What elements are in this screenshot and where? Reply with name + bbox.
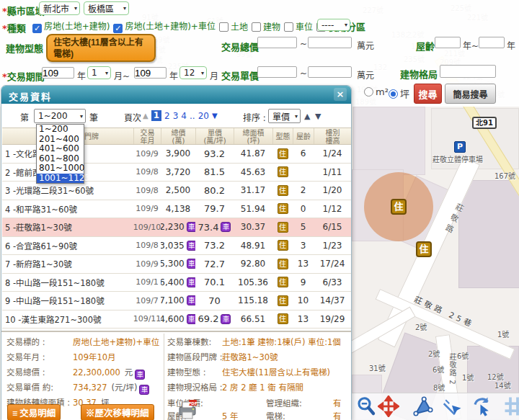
cell-total: 6,400車 — [161, 274, 195, 292]
type-checkbox-房地(土地+建物)+車位[interactable]: ✓房地(土地+建物)+車位 — [113, 19, 215, 33]
col-header-floor[interactable]: 樓別 樓高 — [314, 128, 351, 144]
type-checkbox-土地[interactable]: 土地 — [219, 20, 248, 32]
cell-unit: 93.2 — [195, 145, 234, 163]
page-link[interactable]: 3 — [173, 111, 179, 121]
period-from-month-select[interactable]: 1▾ — [87, 66, 111, 79]
checkbox-icon[interactable] — [284, 22, 293, 32]
residential-marker[interactable]: 住 — [416, 241, 432, 257]
checkbox-icon[interactable] — [252, 22, 261, 32]
page-next-icon[interactable]: ▼ — [212, 112, 218, 120]
area-measure-tool-icon[interactable] — [412, 396, 434, 417]
residential-badge: 住 — [278, 277, 288, 287]
district-select[interactable]: 板橋區▾ — [84, 1, 129, 15]
type-checkbox-車位[interactable]: 車位 — [284, 20, 313, 32]
road-name-lane2: 莊敬路 2 — [447, 353, 458, 385]
col-header-month[interactable]: 交易 年月 — [133, 128, 161, 144]
range-option[interactable]: 1~200 — [37, 125, 84, 135]
range-tilde: ~ — [300, 39, 307, 49]
distance-measure-tool-icon[interactable] — [441, 396, 463, 417]
parking-badge: 車 — [187, 222, 195, 232]
period-to-year-input[interactable] — [134, 67, 167, 79]
building-type-button[interactable]: 住宅大樓(11層含以上有電梯) — [46, 34, 156, 62]
panel-header[interactable]: 交易資料 × — [1, 86, 351, 104]
col-header-age[interactable]: 屋齡 — [293, 128, 314, 144]
table-row[interactable]: 3 -光環路二段31~60號109/82,50080.231.17住21/20 — [2, 182, 351, 200]
identify-tool-icon[interactable] — [471, 396, 493, 417]
cell-value: 73.4 — [198, 222, 219, 233]
parking-icon[interactable]: P — [454, 141, 466, 153]
range-option[interactable]: 1001~1123 — [37, 174, 84, 184]
page-link[interactable]: 20 — [198, 111, 209, 121]
detail-value: 有 — [333, 397, 342, 408]
residential-badge: 住 — [278, 148, 288, 159]
page-link[interactable]: 2 — [164, 111, 170, 121]
pan-tool-icon[interactable] — [378, 396, 399, 417]
trade-detail-button[interactable]: ≡交易明細 — [7, 404, 61, 420]
sort-asc-icon[interactable]: ▲ — [304, 112, 310, 121]
cell-type: 住 — [272, 200, 293, 218]
checkbox-icon[interactable] — [219, 22, 229, 32]
record-range-select[interactable]: 1~200▾ — [34, 109, 86, 123]
history-detail-button[interactable]: ※歷次移轉明細 — [81, 404, 154, 420]
sort-desc-icon[interactable]: ▼ — [315, 112, 321, 121]
simple-search-button[interactable]: 簡易搜尋 — [445, 84, 496, 104]
table-row[interactable]: 9 -中山路一段151~180號109/77,100車70115.18住1014… — [2, 292, 351, 310]
age-min-input[interactable] — [435, 37, 461, 48]
parking-badge: 車 — [187, 259, 195, 269]
page-link[interactable]: 4 — [181, 111, 187, 121]
sort-select[interactable]: 單價▾ — [268, 109, 301, 123]
checkbox-checked-icon[interactable]: ✓ — [113, 24, 123, 33]
unit-m2-radio[interactable]: m² — [364, 86, 389, 97]
page-prev-icon[interactable]: ▲ — [143, 112, 148, 120]
detail-label: 交易單價 約: — [6, 381, 53, 393]
building-type-label: 建物型態 — [6, 41, 43, 55]
table-row[interactable]: 10 -漢生東路271~300號109/114,600車69.2車66.51住1… — [2, 310, 351, 329]
type-checkbox-建物[interactable]: 建物 — [252, 20, 280, 32]
city-select[interactable]: 新北市▾ — [39, 1, 80, 15]
checkbox-checked-icon[interactable]: ✓ — [32, 24, 42, 33]
layout-input[interactable] — [440, 65, 496, 78]
close-icon[interactable]: × — [334, 88, 347, 101]
page-current[interactable]: 1 — [151, 110, 161, 121]
unit-price-max-input[interactable] — [308, 66, 352, 78]
cell-unit: 79.7 — [195, 200, 234, 218]
search-button[interactable]: 搜尋 — [414, 84, 442, 104]
chevron-down-icon: ▾ — [295, 113, 298, 120]
range-option[interactable]: 201~400 — [37, 135, 84, 145]
print-pdf-icon[interactable]: PDF — [177, 398, 198, 420]
type-checkbox-房地(土地+建物)[interactable]: ✓房地(土地+建物) — [32, 19, 110, 33]
street-number-label: 1號 — [497, 329, 509, 339]
cell-area: 92.80 — [234, 255, 272, 273]
cell-type: 住 — [272, 164, 293, 182]
table-row[interactable]: 8 -中山路一段151~180號109/16,400車70.1105.36住96… — [2, 274, 351, 292]
cell-value: 4,138 — [166, 204, 190, 214]
table-row[interactable]: 7 -新府路1~30號109/95,300車72.792.80住1317/24 — [2, 255, 351, 274]
range-option[interactable]: 801~1000 — [37, 164, 84, 174]
residential-badge: 住 — [278, 313, 288, 324]
col-header-total[interactable]: 總價 (萬) — [161, 128, 195, 144]
unit-ping-radio[interactable]: 坪 — [389, 86, 409, 100]
cell-age: 13 — [293, 255, 314, 273]
road-layer-tool-icon[interactable] — [503, 396, 519, 417]
parking-badge: 車 — [139, 385, 149, 395]
svg-text:PDF: PDF — [188, 401, 198, 406]
range-option[interactable]: 601~800 — [37, 154, 84, 164]
table-row[interactable]: 4 -和平路31~60號109/94,13879.751.94住01/12 — [2, 200, 351, 219]
col-header-type[interactable]: 型態 — [272, 128, 293, 144]
zoning-select[interactable]: ----▾ — [317, 19, 350, 31]
col-header-area[interactable]: 總面積 (坪) — [234, 128, 272, 144]
cell-floor: 6/33 — [314, 274, 351, 292]
unit-price-min-input[interactable] — [257, 66, 297, 78]
period-from-year-input[interactable] — [42, 67, 74, 79]
period-to-month-select[interactable]: 12▾ — [179, 66, 207, 79]
age-max-input[interactable] — [479, 37, 505, 48]
col-header-unit[interactable]: 單價 (萬/坪) — [195, 128, 234, 144]
total-price-max-input[interactable] — [308, 37, 352, 48]
cell-age: 2 — [293, 182, 314, 200]
total-price-min-input[interactable] — [257, 37, 297, 48]
table-row[interactable]: 5 -莊敬路1~30號109/102,230車73.4車30.37住56/15 — [2, 218, 351, 237]
table-row[interactable]: 6 -合宜路61~90號109/83,035車73.248.91住31/23 — [2, 237, 351, 256]
range-option[interactable]: 401~600 — [37, 144, 84, 154]
residential-marker[interactable]: 住 — [391, 199, 407, 215]
zoom-tool-icon[interactable] — [355, 396, 377, 417]
